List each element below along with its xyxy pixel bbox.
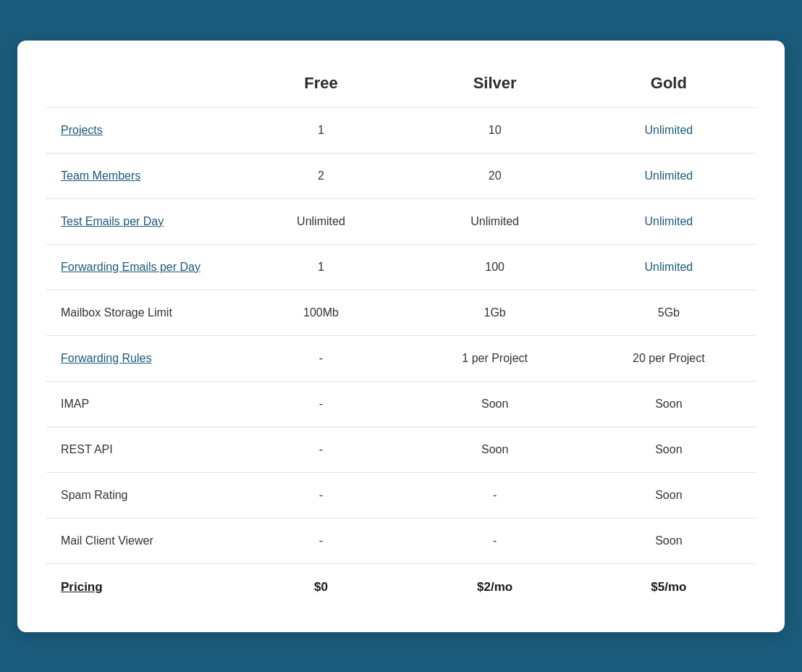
free-value: - [319, 534, 323, 547]
silver-value: 20 [489, 169, 502, 182]
pricing-row: Pricing$0$2/mo$5/mo [46, 563, 756, 610]
silver-value: 100 [485, 261, 505, 273]
free-value: 1 [318, 261, 324, 273]
free-value: 2 [318, 169, 324, 182]
feature-label: Mailbox Storage Limit [61, 306, 172, 319]
gold-value: Soon [655, 443, 682, 455]
free-value: - [319, 398, 323, 410]
gold-value: Soon [655, 398, 682, 410]
pricing-card: Free Silver Gold Projects110UnlimitedTea… [17, 41, 785, 632]
feature-link[interactable]: Forwarding Rules [61, 352, 151, 364]
silver-value: - [493, 534, 497, 547]
gold-value: Unlimited [645, 169, 693, 182]
table-row: REST API-SoonSoon [46, 427, 756, 472]
pricing-gold: $5/mo [582, 563, 756, 610]
silver-value: Soon [481, 443, 508, 455]
silver-value: Soon [481, 398, 508, 410]
feature-label: REST API [61, 443, 113, 455]
feature-link[interactable]: Team Members [61, 169, 140, 182]
silver-value: Unlimited [470, 215, 519, 227]
header-gold: Gold [582, 62, 756, 108]
feature-label: Spam Rating [61, 489, 128, 501]
gold-value: Unlimited [645, 124, 693, 136]
feature-link[interactable]: Projects [61, 124, 103, 136]
feature-label: Mail Client Viewer [61, 534, 153, 547]
gold-value: 5Gb [658, 306, 680, 319]
gold-value: Unlimited [645, 261, 693, 273]
free-value: 100Mb [303, 306, 339, 319]
table-row: Spam Rating--Soon [46, 472, 756, 518]
free-value: 1 [318, 124, 324, 136]
pricing-label: Pricing [46, 563, 234, 610]
table-row: Projects110Unlimited [46, 107, 756, 153]
silver-value: 10 [489, 124, 502, 136]
free-value: Unlimited [297, 215, 345, 227]
table-row: Test Emails per DayUnlimitedUnlimitedUnl… [46, 198, 756, 244]
feature-label: IMAP [61, 398, 89, 410]
table-row: Forwarding Rules-1 per Project20 per Pro… [46, 335, 756, 381]
pricing-table: Free Silver Gold Projects110UnlimitedTea… [46, 62, 756, 610]
table-row: IMAP-SoonSoon [46, 381, 756, 427]
silver-value: 1Gb [484, 306, 506, 319]
gold-value: 20 per Project [633, 352, 705, 364]
header-row: Free Silver Gold [46, 62, 756, 108]
free-value: - [319, 352, 323, 364]
header-feature [46, 62, 234, 108]
gold-value: Unlimited [645, 215, 693, 227]
free-value: - [319, 443, 323, 455]
feature-link[interactable]: Test Emails per Day [61, 215, 164, 227]
silver-value: - [493, 489, 497, 501]
table-row: Mail Client Viewer--Soon [46, 518, 756, 563]
table-row: Forwarding Emails per Day1100Unlimited [46, 244, 756, 290]
header-silver: Silver [408, 62, 582, 108]
feature-link[interactable]: Forwarding Emails per Day [61, 261, 200, 273]
table-row: Mailbox Storage Limit100Mb1Gb5Gb [46, 290, 756, 335]
table-row: Team Members220Unlimited [46, 153, 756, 198]
pricing-silver: $2/mo [408, 563, 582, 610]
free-value: - [319, 489, 323, 501]
pricing-free: $0 [234, 563, 408, 610]
gold-value: Soon [655, 534, 682, 547]
header-free: Free [234, 62, 408, 108]
gold-value: Soon [655, 489, 682, 501]
silver-value: 1 per Project [462, 352, 528, 364]
